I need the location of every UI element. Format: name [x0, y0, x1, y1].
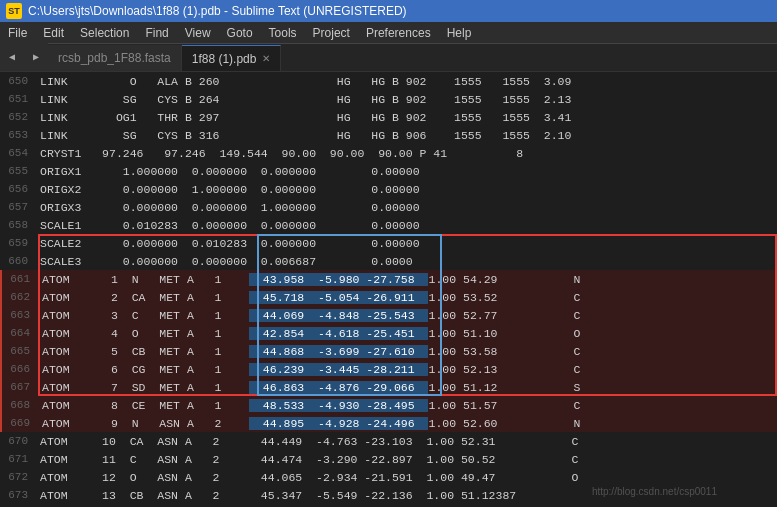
line-content: ORIGX3 0.000000 0.000000 1.000000 0.0000…	[36, 201, 420, 214]
tab-close-icon[interactable]: ✕	[262, 53, 270, 64]
line-number: 655	[0, 165, 36, 177]
code-line-673: 673ATOM 13 CB ASN A 2 45.347 -5.549 -22.…	[0, 486, 777, 504]
line-number: 658	[0, 219, 36, 231]
line-number: 656	[0, 183, 36, 195]
code-line-671: 671ATOM 11 C ASN A 2 44.474 -3.290 -22.8…	[0, 450, 777, 468]
line-number: 651	[0, 93, 36, 105]
menu-goto[interactable]: Goto	[219, 22, 261, 43]
line-content: ATOM 7 SD MET A 1 46.863 -4.876 -29.066 …	[38, 381, 580, 394]
tab-fasta[interactable]: rcsb_pdb_1F88.fasta	[48, 45, 182, 71]
line-content: ATOM 3 C MET A 1 44.069 -4.848 -25.543 1…	[38, 309, 580, 322]
code-line-659: 659SCALE2 0.000000 0.010283 0.000000 0.0…	[0, 234, 777, 252]
line-number: 664	[2, 327, 38, 339]
line-content: LINK SG CYS B 316 HG HG B 906 1555 1555 …	[36, 129, 571, 142]
line-content: SCALE1 0.010283 0.000000 0.000000 0.0000…	[36, 219, 420, 232]
line-content: ATOM 11 C ASN A 2 44.474 -3.290 -22.897 …	[36, 453, 578, 466]
tab-pdb-label: 1f88 (1).pdb	[192, 52, 257, 66]
menu-edit[interactable]: Edit	[35, 22, 72, 43]
line-content: LINK O ALA B 260 HG HG B 902 1555 1555 3…	[36, 75, 571, 88]
tab-nav-left[interactable]: ◀	[0, 43, 24, 71]
code-line-668: 668ATOM 8 CE MET A 1 48.533 -4.930 -28.4…	[0, 396, 777, 414]
line-content: ATOM 13 CB ASN A 2 45.347 -5.549 -22.136…	[36, 489, 516, 502]
code-line-651: 651LINK SG CYS B 264 HG HG B 902 1555 15…	[0, 90, 777, 108]
line-number: 653	[0, 129, 36, 141]
line-number: 661	[2, 273, 38, 285]
line-number: 650	[0, 75, 36, 87]
line-number: 668	[2, 399, 38, 411]
code-line-662: 662ATOM 2 CA MET A 1 45.718 -5.054 -26.9…	[0, 288, 777, 306]
line-content: ORIGX2 0.000000 1.000000 0.000000 0.0000…	[36, 183, 420, 196]
menu-file[interactable]: File	[0, 22, 35, 43]
line-number: 672	[0, 471, 36, 483]
menu-preferences[interactable]: Preferences	[358, 22, 439, 43]
code-line-661: 661ATOM 1 N MET A 1 43.958 -5.980 -27.75…	[0, 270, 777, 288]
code-line-672: 672ATOM 12 O ASN A 2 44.065 -2.934 -21.5…	[0, 468, 777, 486]
code-line-653: 653LINK SG CYS B 316 HG HG B 906 1555 15…	[0, 126, 777, 144]
line-content: ATOM 4 O MET A 1 42.854 -4.618 -25.451 1…	[38, 327, 580, 340]
line-number: 671	[0, 453, 36, 465]
code-line-655: 655ORIGX1 1.000000 0.000000 0.000000 0.0…	[0, 162, 777, 180]
line-number: 659	[0, 237, 36, 249]
menu-view[interactable]: View	[177, 22, 219, 43]
line-number: 665	[2, 345, 38, 357]
line-content: ATOM 8 CE MET A 1 48.533 -4.930 -28.495 …	[38, 399, 580, 412]
title-bar: ST C:\Users\jts\Downloads\1f88 (1).pdb -…	[0, 0, 777, 22]
line-number: 667	[2, 381, 38, 393]
menu-tools[interactable]: Tools	[261, 22, 305, 43]
code-line-650: 650LINK O ALA B 260 HG HG B 902 1555 155…	[0, 72, 777, 90]
line-content: SCALE2 0.000000 0.010283 0.000000 0.0000…	[36, 237, 420, 250]
line-content: ATOM 5 CB MET A 1 44.868 -3.699 -27.610 …	[38, 345, 580, 358]
code-line-669: 669ATOM 9 N ASN A 2 44.895 -4.928 -24.49…	[0, 414, 777, 432]
code-line-654: 654CRYST1 97.246 97.246 149.544 90.00 90…	[0, 144, 777, 162]
code-line-660: 660SCALE3 0.000000 0.000000 0.006687 0.0…	[0, 252, 777, 270]
line-content: ATOM 12 O ASN A 2 44.065 -2.934 -21.591 …	[36, 471, 578, 484]
code-line-657: 657ORIGX3 0.000000 0.000000 1.000000 0.0…	[0, 198, 777, 216]
menu-project[interactable]: Project	[305, 22, 358, 43]
line-content: ATOM 10 CA ASN A 2 44.449 -4.763 -23.103…	[36, 435, 578, 448]
line-number: 657	[0, 201, 36, 213]
line-content: ATOM 6 CG MET A 1 46.239 -3.445 -28.211 …	[38, 363, 580, 376]
tab-nav-right[interactable]: ▶	[24, 43, 48, 71]
line-content: ATOM 2 CA MET A 1 45.718 -5.054 -26.911 …	[38, 291, 580, 304]
window-title: C:\Users\jts\Downloads\1f88 (1).pdb - Su…	[28, 4, 407, 18]
code-line-666: 666ATOM 6 CG MET A 1 46.239 -3.445 -28.2…	[0, 360, 777, 378]
menu-find[interactable]: Find	[137, 22, 176, 43]
line-number: 666	[2, 363, 38, 375]
code-area: 650LINK O ALA B 260 HG HG B 902 1555 155…	[0, 72, 777, 507]
line-content: ORIGX1 1.000000 0.000000 0.000000 0.0000…	[36, 165, 420, 178]
line-number: 673	[0, 489, 36, 501]
tab-bar: ◀ ▶ rcsb_pdb_1F88.fasta 1f88 (1).pdb ✕	[0, 44, 777, 72]
line-number: 662	[2, 291, 38, 303]
line-content: CRYST1 97.246 97.246 149.544 90.00 90.00…	[36, 147, 523, 160]
line-number: 669	[2, 417, 38, 429]
code-line-663: 663ATOM 3 C MET A 1 44.069 -4.848 -25.54…	[0, 306, 777, 324]
line-content: SCALE3 0.000000 0.000000 0.006687 0.0000	[36, 255, 413, 268]
code-line-656: 656ORIGX2 0.000000 1.000000 0.000000 0.0…	[0, 180, 777, 198]
menu-selection[interactable]: Selection	[72, 22, 137, 43]
code-line-658: 658SCALE1 0.010283 0.000000 0.000000 0.0…	[0, 216, 777, 234]
line-number: 652	[0, 111, 36, 123]
line-content: LINK SG CYS B 264 HG HG B 902 1555 1555 …	[36, 93, 571, 106]
code-line-652: 652LINK OG1 THR B 297 HG HG B 902 1555 1…	[0, 108, 777, 126]
line-content: ATOM 1 N MET A 1 43.958 -5.980 -27.758 1…	[38, 273, 580, 286]
code-line-670: 670ATOM 10 CA ASN A 2 44.449 -4.763 -23.…	[0, 432, 777, 450]
code-line-667: 667ATOM 7 SD MET A 1 46.863 -4.876 -29.0…	[0, 378, 777, 396]
tab-fasta-label: rcsb_pdb_1F88.fasta	[58, 51, 171, 65]
app-icon: ST	[6, 3, 22, 19]
code-line-664: 664ATOM 4 O MET A 1 42.854 -4.618 -25.45…	[0, 324, 777, 342]
line-number: 663	[2, 309, 38, 321]
tab-pdb[interactable]: 1f88 (1).pdb ✕	[182, 45, 282, 71]
line-content: ATOM 9 N ASN A 2 44.895 -4.928 -24.496 1…	[38, 417, 580, 430]
line-number: 660	[0, 255, 36, 267]
line-content: LINK OG1 THR B 297 HG HG B 902 1555 1555…	[36, 111, 571, 124]
menu-help[interactable]: Help	[439, 22, 480, 43]
code-line-665: 665ATOM 5 CB MET A 1 44.868 -3.699 -27.6…	[0, 342, 777, 360]
line-number: 670	[0, 435, 36, 447]
line-number: 654	[0, 147, 36, 159]
menu-bar: File Edit Selection Find View Goto Tools…	[0, 22, 777, 44]
